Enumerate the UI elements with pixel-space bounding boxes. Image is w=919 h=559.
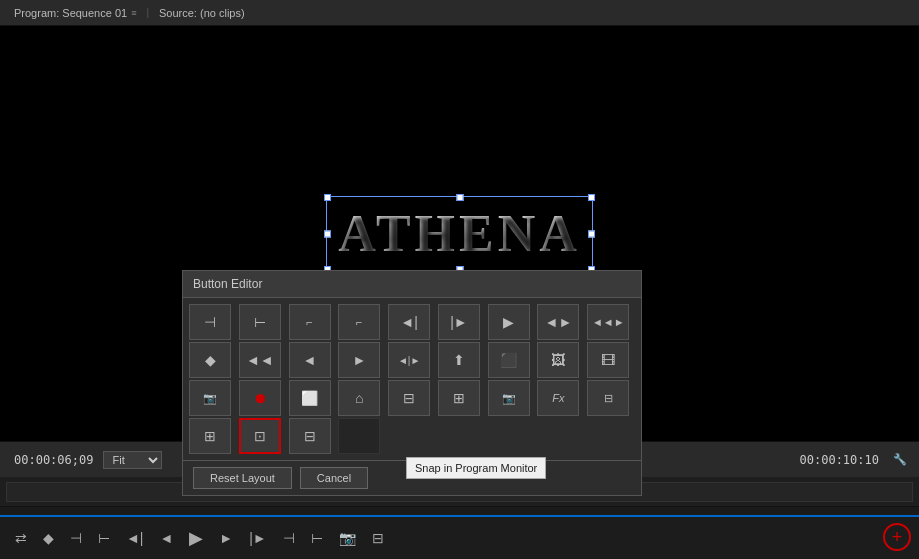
be-btn-5[interactable]: |► [438,304,480,340]
be-btn-7[interactable]: ◄► [537,304,579,340]
handle-ml[interactable] [324,230,331,237]
be-btn-24[interactable]: 📷 [488,380,530,416]
reset-layout-btn[interactable]: Reset Layout [193,467,292,489]
video-title-text: ATHENA [338,204,581,263]
be-btn-23[interactable]: ⊞ [438,380,480,416]
button-editor-footer: Reset Layout Cancel [183,460,641,495]
handle-tr[interactable] [588,194,595,201]
program-tab-label: Program: Sequence 01 [14,7,127,19]
be-btn-10[interactable]: ◄◄ [239,342,281,378]
be-btn-16[interactable]: 🖼 [537,342,579,378]
timecode-right[interactable]: 00:00:10:10 [800,453,879,467]
go-out-btn[interactable]: |► [244,527,272,549]
cancel-btn[interactable]: Cancel [300,467,368,489]
go-in-btn[interactable]: ◄| [121,527,149,549]
add-button[interactable]: + [883,523,911,551]
play-btn[interactable]: ▶ [184,524,208,552]
be-btn-25[interactable]: Fx [537,380,579,416]
be-btn-9[interactable]: ◆ [189,342,231,378]
fit-select[interactable]: Fit 25% 50% 100% [103,451,162,469]
be-btn-13[interactable]: ◄|► [388,342,430,378]
be-btn-20[interactable]: ⬜ [289,380,331,416]
mark-out-btn[interactable]: ⊢ [93,527,115,549]
next-edit-btn[interactable]: ⊢ [306,527,328,549]
be-btn-15[interactable]: ⬛ [488,342,530,378]
be-btn-11[interactable]: ◄ [289,342,331,378]
be-btn-22[interactable]: ⊟ [388,380,430,416]
program-tab[interactable]: Program: Sequence 01 ≡ [8,0,142,25]
be-btn-empty[interactable] [338,418,380,454]
be-btn-6[interactable]: ▶ [488,304,530,340]
button-editor-header: Button Editor [183,271,641,298]
be-btn-1[interactable]: ⊢ [239,304,281,340]
forward-btn[interactable]: ► [214,527,238,549]
handle-tl[interactable] [324,194,331,201]
handle-mr[interactable] [588,230,595,237]
be-btn-17[interactable]: 🎞 [587,342,629,378]
insert-btn[interactable]: ⇄ [10,527,32,549]
wrench-button[interactable]: 🔧 [889,451,911,468]
button-editor-grid: ⊣ ⊢ ⌐ ⌐ ◄| |► ▶ ◄► ◄◄► ◆ ◄◄ ◄ ► ◄|► ⬆ ⬛ … [183,298,641,460]
be-btn-26[interactable]: ⊟ [587,380,629,416]
be-btn-18[interactable]: 📷 [189,380,231,416]
tab-bar: Program: Sequence 01 ≡ | Source: (no cli… [0,0,919,26]
be-btn-snap[interactable]: ⊡ [239,418,281,454]
export-frame-btn[interactable]: 📷 [334,527,361,549]
be-btn-12[interactable]: ► [338,342,380,378]
tab-separator: | [146,7,149,18]
source-tab-label: Source: (no clips) [159,7,245,19]
be-btn-27[interactable]: ⊞ [189,418,231,454]
button-editor-title: Button Editor [193,277,262,291]
program-tab-menu-icon[interactable]: ≡ [131,8,136,18]
marker-btn[interactable]: ◆ [38,527,59,549]
bottom-toolbar: ⇄ ◆ ⊣ ⊢ ◄| ◄ ▶ ► |► ⊣ ⊢ 📷 ⊟ [0,515,919,559]
timecode-left[interactable]: 00:00:06;09 [14,453,93,467]
be-btn-3[interactable]: ⌐ [338,304,380,340]
prev-edit-btn[interactable]: ⊣ [278,527,300,549]
be-btn-19[interactable]: ⏺ [239,380,281,416]
back-btn[interactable]: ◄ [155,527,179,549]
be-btn-0[interactable]: ⊣ [189,304,231,340]
button-editor: Button Editor ⊣ ⊢ ⌐ ⌐ ◄| |► ▶ ◄► ◄◄► ◆ ◄… [182,270,642,496]
be-btn-21[interactable]: ⌂ [338,380,380,416]
be-btn-8[interactable]: ◄◄► [587,304,629,340]
mark-in-btn[interactable]: ⊣ [65,527,87,549]
source-tab[interactable]: Source: (no clips) [153,0,251,25]
settings-btn[interactable]: ⊟ [367,527,389,549]
be-btn-14[interactable]: ⬆ [438,342,480,378]
be-btn-29[interactable]: ⊟ [289,418,331,454]
be-btn-4[interactable]: ◄| [388,304,430,340]
handle-tc[interactable] [456,194,463,201]
be-btn-2[interactable]: ⌐ [289,304,331,340]
